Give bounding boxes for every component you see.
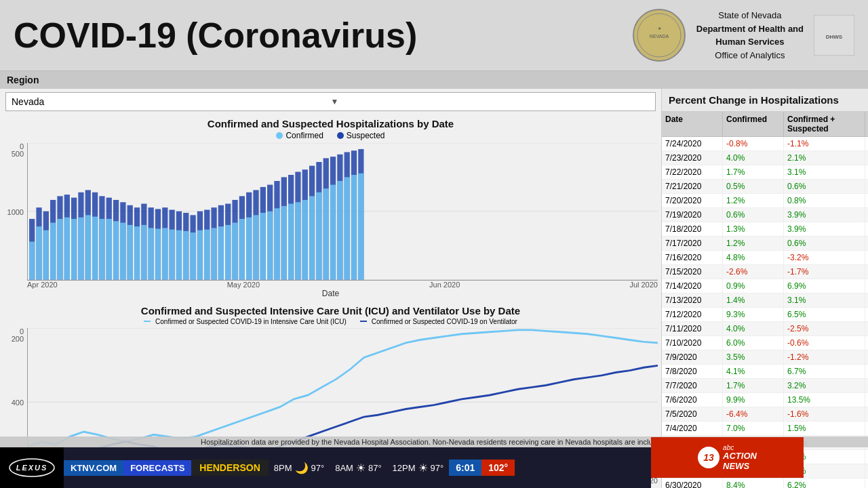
cell-confirmed: 4.1% — [723, 365, 784, 378]
svg-rect-22 — [71, 219, 77, 280]
cell-confirmed: 0.5% — [723, 180, 784, 193]
svg-rect-58 — [197, 230, 203, 280]
cell-confirmed: 4.0% — [723, 151, 784, 165]
line-chart-legend: Confirmed or Suspected COVID-19 in Inten… — [3, 318, 658, 325]
dhws-logo-icon: DHWS — [814, 15, 854, 56]
svg-rect-94 — [323, 188, 329, 279]
svg-rect-96 — [330, 185, 336, 280]
svg-text:DHWS: DHWS — [826, 34, 843, 40]
current-time-badge: 6:01 — [449, 460, 481, 476]
line-chart-title: Confirmed and Suspected Intensive Care U… — [3, 305, 658, 317]
legend-icu: Confirmed or Suspected COVID-19 in Inten… — [144, 318, 347, 325]
cell-confirmed: 9.3% — [723, 308, 784, 321]
confirmed-dot-icon — [276, 132, 283, 139]
svg-rect-80 — [274, 208, 279, 279]
state-seal-icon: NEVADA ★ — [632, 8, 686, 62]
sun-icon-2: ☀ — [418, 462, 428, 474]
weather-block-1: 8PM 🌙 97° — [269, 462, 330, 474]
bar-chart-container: 1000 500 0 — [3, 143, 658, 281]
table-row: 7/24/2020-0.8%-1.1% — [662, 137, 868, 151]
svg-text:★: ★ — [657, 26, 660, 30]
table-row: 7/18/20201.3%3.9% — [662, 222, 868, 237]
cell-date: 7/18/2020 — [662, 222, 723, 236]
svg-text:NEVADA: NEVADA — [650, 34, 669, 39]
cell-confirmed: 7.0% — [723, 422, 784, 435]
bar-chart-y-axis: 1000 500 0 — [3, 143, 27, 281]
cell-date: 7/20/2020 — [662, 194, 723, 207]
svg-rect-88 — [302, 200, 308, 280]
table-row: 7/6/20209.9%13.5% — [662, 393, 868, 407]
table-row: 7/16/20204.8%-3.2% — [662, 251, 868, 265]
svg-rect-50 — [170, 230, 175, 280]
region-dropdown[interactable]: Nevada ▼ — [5, 92, 656, 111]
ventilator-line-icon — [360, 321, 367, 322]
cell-conf-susp: 13.5% — [784, 393, 865, 407]
cell-conf-susp: 3.2% — [784, 379, 865, 392]
svg-rect-46 — [155, 228, 161, 279]
cell-date: 7/17/2020 — [662, 237, 723, 250]
svg-rect-64 — [218, 226, 224, 279]
svg-rect-12 — [36, 226, 41, 279]
svg-rect-54 — [183, 231, 189, 280]
cell-conf-susp: 6.5% — [784, 308, 865, 321]
cell-conf-susp: -3.2% — [784, 251, 865, 264]
cell-date: 7/9/2020 — [662, 350, 723, 364]
right-panel-title: Percent Change in Hospitalizations — [662, 89, 868, 112]
svg-rect-74 — [253, 215, 258, 279]
cell-date: 7/13/2020 — [662, 293, 723, 307]
svg-rect-30 — [99, 219, 104, 280]
table-row: 7/15/2020-2.6%-1.7% — [662, 265, 868, 279]
table-row: 7/4/20207.0%1.5% — [662, 422, 868, 436]
svg-rect-78 — [267, 211, 273, 280]
cell-conf-susp: -1.1% — [784, 137, 865, 150]
svg-rect-66 — [225, 225, 231, 280]
cell-conf-susp: 0.6% — [784, 180, 865, 193]
chevron-down-icon: ▼ — [331, 97, 650, 106]
table-header: Date Confirmed Confirmed + Suspected — [662, 112, 868, 137]
cell-confirmed: 1.7% — [723, 379, 784, 392]
col-date: Date — [662, 112, 723, 136]
cell-confirmed: 1.3% — [723, 222, 784, 236]
cell-conf-susp: -1.2% — [784, 350, 865, 364]
cell-confirmed: 3.5% — [723, 350, 784, 364]
table-row: 7/10/20206.0%-0.6% — [662, 336, 868, 350]
svg-rect-68 — [232, 223, 237, 280]
table-row: 7/20/20201.2%0.8% — [662, 194, 868, 208]
cell-date: 7/5/2020 — [662, 407, 723, 421]
svg-rect-36 — [120, 223, 125, 280]
cell-date: 7/22/2020 — [662, 165, 723, 179]
table-row: 7/5/2020-6.4%-1.6% — [662, 407, 868, 422]
cell-date: 7/21/2020 — [662, 180, 723, 193]
cell-conf-susp: 6.9% — [784, 279, 865, 293]
cell-date: 7/15/2020 — [662, 265, 723, 279]
svg-rect-86 — [295, 202, 300, 279]
svg-rect-20 — [64, 218, 70, 280]
cell-date: 7/16/2020 — [662, 251, 723, 264]
cell-conf-susp: -2.5% — [784, 322, 865, 336]
suspected-dot-icon — [337, 132, 344, 139]
charts-area: Confirmed and Suspected Hospitalizations… — [0, 115, 661, 488]
cell-conf-susp: 6.7% — [784, 365, 865, 378]
svg-rect-38 — [127, 225, 133, 280]
table-body: 7/24/2020-0.8%-1.1%7/23/20204.0%2.1%7/22… — [662, 137, 868, 488]
main-layout: Nevada ▼ Confirmed and Suspected Hospita… — [0, 89, 868, 488]
bar-chart-section: Confirmed and Suspected Hospitalizations… — [3, 115, 658, 302]
table-row: 6/30/20208.4%6.2% — [662, 479, 868, 488]
cell-conf-susp: -0.6% — [784, 336, 865, 350]
news-ticker: LEXUS KTNV.COM FORECASTS HENDERSON 8PM 🌙… — [0, 447, 651, 488]
cell-conf-susp: 3.1% — [784, 165, 865, 179]
lexus-logo-icon: LEXUS — [8, 458, 56, 478]
page-title: COVID-19 (Coronavirus) — [14, 15, 632, 56]
cell-conf-susp: 6.2% — [784, 479, 865, 488]
table-row: 7/19/20200.6%3.9% — [662, 208, 868, 222]
table-row: 7/11/20204.0%-2.5% — [662, 322, 868, 336]
henderson-badge: HENDERSON — [191, 460, 268, 476]
sun-icon: ☀ — [356, 462, 366, 474]
region-bar: Region — [0, 71, 868, 89]
agency-info: State of Nevada Department of Health and… — [696, 9, 804, 62]
table-row: 7/13/20201.4%3.1% — [662, 293, 868, 308]
cell-date: 7/23/2020 — [662, 151, 723, 165]
cell-confirmed: 1.2% — [723, 194, 784, 207]
cell-conf-susp: 3.1% — [784, 293, 865, 307]
right-panel: Percent Change in Hospitalizations Date … — [661, 89, 868, 488]
